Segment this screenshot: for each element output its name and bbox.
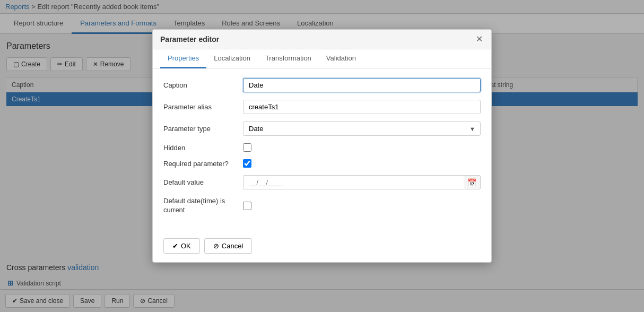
ok-button[interactable]: ✔ OK (163, 238, 200, 254)
modal-header: Parameter editor ✕ (153, 30, 491, 49)
required-label: Required parameter? (163, 160, 243, 168)
type-row: Parameter type Date String Integer Boole… (163, 122, 481, 136)
modal-body: Caption Parameter alias Parameter type D… (153, 68, 491, 232)
modal-footer: ✔ OK ⊘ Cancel (153, 232, 491, 262)
default-value-label: Default value (163, 178, 243, 186)
parameter-editor-modal: Parameter editor ✕ Properties Localizati… (152, 29, 492, 263)
required-checkbox[interactable] (243, 159, 251, 168)
ok-checkmark-icon: ✔ (172, 242, 178, 250)
hidden-label: Hidden (163, 144, 243, 152)
default-date-label: Default date(time) is current (163, 197, 243, 215)
alias-label: Parameter alias (163, 103, 243, 111)
caption-label: Caption (163, 81, 243, 89)
caption-input[interactable] (243, 78, 481, 92)
modal-close-button[interactable]: ✕ (475, 35, 484, 44)
required-row: Required parameter? (163, 159, 481, 168)
modal-cancel-button[interactable]: ⊘ Cancel (204, 238, 252, 254)
modal-tab-properties[interactable]: Properties (160, 49, 206, 68)
modal-tab-validation[interactable]: Validation (319, 49, 363, 68)
modal-tab-transformation[interactable]: Transformation (258, 49, 319, 68)
default-value-row: Default value 📅 (163, 175, 481, 189)
default-value-input[interactable] (243, 175, 481, 189)
modal-cancel-icon: ⊘ (213, 242, 219, 250)
type-label: Parameter type (163, 125, 243, 133)
ok-label: OK (181, 242, 191, 250)
default-date-checkbox[interactable] (243, 202, 251, 210)
modal-tabs: Properties Localization Transformation V… (153, 49, 491, 68)
hidden-checkbox[interactable] (243, 143, 251, 152)
type-select-wrapper: Date String Integer Boolean DateTime ▼ (243, 122, 481, 136)
alias-input[interactable] (243, 100, 481, 114)
default-date-row: Default date(time) is current (163, 197, 481, 215)
default-value-wrapper: 📅 (243, 175, 481, 189)
alias-row: Parameter alias (163, 100, 481, 114)
hidden-row: Hidden (163, 143, 481, 152)
modal-tab-localization[interactable]: Localization (206, 49, 258, 68)
caption-row: Caption (163, 78, 481, 92)
modal-cancel-label: Cancel (222, 242, 243, 250)
modal-title: Parameter editor (160, 35, 219, 44)
type-select[interactable]: Date String Integer Boolean DateTime (243, 122, 481, 136)
calendar-icon[interactable]: 📅 (464, 175, 481, 189)
